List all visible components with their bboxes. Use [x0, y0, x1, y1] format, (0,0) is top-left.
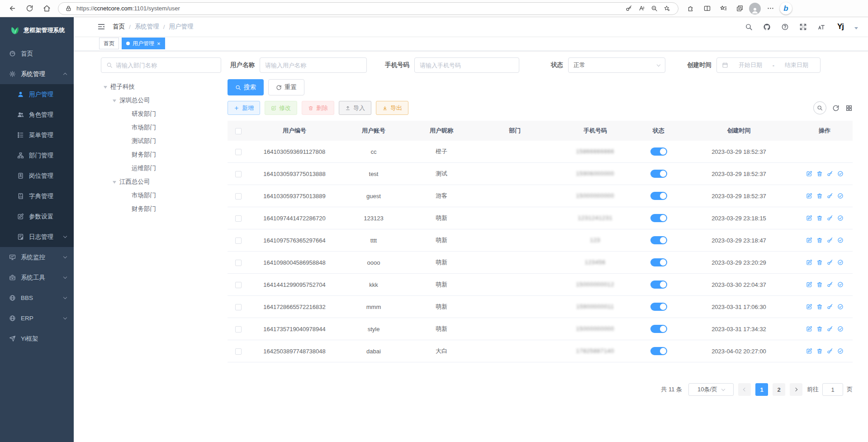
username-input[interactable]: [260, 57, 367, 73]
row-checkbox[interactable]: [235, 193, 242, 200]
assign-role-icon[interactable]: [837, 215, 844, 221]
status-toggle[interactable]: [650, 280, 667, 289]
page-size-select[interactable]: 10条/页: [688, 383, 734, 396]
edit-user-icon[interactable]: [806, 193, 812, 199]
edit-user-icon[interactable]: [806, 281, 812, 288]
row-checkbox[interactable]: [235, 149, 242, 155]
sidebar-item-菜单管理[interactable]: 菜单管理: [0, 125, 74, 145]
refresh-icon[interactable]: [23, 2, 36, 15]
sidebar-item-岗位管理[interactable]: 岗位管理: [0, 166, 74, 186]
username-field[interactable]: [265, 62, 361, 69]
delete-user-icon[interactable]: [816, 348, 823, 354]
back-icon[interactable]: [5, 2, 19, 15]
row-checkbox[interactable]: [235, 215, 242, 222]
tree-expand-caret-icon[interactable]: [113, 181, 116, 185]
row-checkbox[interactable]: [235, 304, 242, 310]
breadcrumb-item[interactable]: 首页: [113, 23, 125, 31]
user-avatar[interactable]: Yj: [834, 20, 847, 33]
prev-page-button[interactable]: [738, 383, 751, 396]
delete-user-icon[interactable]: [816, 171, 823, 177]
sidebar-item-首页[interactable]: 首页: [0, 43, 74, 64]
tree-node-市场部门[interactable]: 市场部门: [101, 189, 221, 202]
edit-user-icon[interactable]: [806, 304, 812, 310]
row-checkbox[interactable]: [235, 171, 242, 177]
tree-node-运维部门[interactable]: 运维部门: [101, 162, 221, 175]
home-icon[interactable]: [40, 2, 53, 15]
status-toggle[interactable]: [650, 347, 667, 355]
edit-user-icon[interactable]: [806, 237, 812, 243]
tree-node-江西总公司[interactable]: 江西总公司: [101, 175, 221, 189]
edit-user-icon[interactable]: [806, 259, 812, 266]
sidebar-item-角色管理[interactable]: 角色管理: [0, 105, 74, 125]
row-checkbox[interactable]: [235, 348, 242, 355]
delete-user-icon[interactable]: [816, 215, 823, 221]
edit-user-icon[interactable]: [806, 348, 812, 354]
github-icon[interactable]: [761, 21, 772, 32]
reset-password-icon[interactable]: [827, 281, 833, 288]
edit-user-icon[interactable]: [806, 215, 812, 221]
sidebar-item-系统管理[interactable]: 系统管理: [0, 64, 74, 84]
status-toggle[interactable]: [650, 236, 667, 244]
help-icon[interactable]: [779, 21, 790, 32]
import-button[interactable]: 导入: [339, 101, 371, 115]
export-button[interactable]: 导出: [376, 101, 408, 115]
assign-role-icon[interactable]: [837, 259, 844, 266]
phone-field[interactable]: [420, 62, 514, 69]
tree-expand-caret-icon[interactable]: [113, 100, 116, 104]
sidebar-item-ERP[interactable]: ERP: [0, 308, 74, 328]
sidebar-item-日志管理[interactable]: 日志管理: [0, 227, 74, 247]
reset-button[interactable]: 重置: [268, 79, 304, 95]
tree-node-市场部门[interactable]: 市场部门: [101, 121, 221, 134]
reset-password-icon[interactable]: [827, 304, 833, 310]
assign-role-icon[interactable]: [837, 304, 844, 310]
tab-首页[interactable]: 首页: [99, 38, 119, 49]
search-icon[interactable]: [743, 21, 754, 32]
extensions-icon[interactable]: [684, 2, 697, 15]
status-toggle[interactable]: [650, 258, 667, 266]
status-toggle[interactable]: [650, 192, 667, 200]
avatar-dropdown-caret-icon[interactable]: [854, 27, 858, 31]
delete-user-icon[interactable]: [816, 237, 823, 243]
lock-icon[interactable]: [64, 4, 73, 13]
status-toggle[interactable]: [650, 325, 667, 333]
goto-page-input[interactable]: [822, 383, 843, 396]
sidebar-item-BBS[interactable]: BBS: [0, 288, 74, 308]
sidebar-item-Yi框架[interactable]: Yi框架: [0, 328, 74, 349]
read-aloud-icon[interactable]: [636, 3, 647, 14]
breadcrumb-item[interactable]: 系统管理: [135, 23, 159, 31]
close-icon[interactable]: ×: [157, 41, 161, 47]
status-select[interactable]: 正常: [568, 57, 665, 73]
more-icon[interactable]: [764, 2, 777, 15]
modify-button[interactable]: 修改: [265, 101, 297, 115]
page-button-1[interactable]: 1: [755, 383, 768, 396]
add-button[interactable]: 新增: [228, 101, 260, 115]
column-settings-button[interactable]: [845, 105, 853, 112]
page-button-2[interactable]: 2: [773, 383, 785, 396]
sidebar-item-部门管理[interactable]: 部门管理: [0, 145, 74, 166]
reset-password-icon[interactable]: [827, 237, 833, 243]
split-screen-icon[interactable]: [700, 2, 714, 15]
tree-node-测试部门[interactable]: 测试部门: [101, 134, 221, 148]
search-button[interactable]: 搜索: [228, 79, 264, 95]
tree-node-橙子科技[interactable]: 橙子科技: [101, 80, 221, 94]
delete-user-icon[interactable]: [816, 281, 823, 288]
phone-input[interactable]: [414, 57, 519, 73]
tree-node-研发部门[interactable]: 研发部门: [101, 107, 221, 121]
sidebar-item-系统监控[interactable]: 系统监控: [0, 247, 74, 267]
delete-user-icon[interactable]: [816, 259, 823, 266]
profile-icon[interactable]: [749, 3, 761, 14]
row-checkbox[interactable]: [235, 238, 242, 244]
status-toggle[interactable]: [650, 170, 667, 178]
fullscreen-icon[interactable]: [797, 21, 808, 32]
address-bar[interactable]: https://ccnetcore.com:1101/system/user: [58, 2, 678, 15]
reset-password-icon[interactable]: [827, 193, 833, 199]
breadcrumb-item[interactable]: 用户管理: [169, 23, 194, 31]
copilot-icon[interactable]: b: [780, 2, 792, 14]
sidebar-item-字典管理[interactable]: 字典管理: [0, 186, 74, 206]
row-checkbox[interactable]: [235, 326, 242, 333]
key-icon[interactable]: [623, 3, 635, 14]
font-size-icon[interactable]: [816, 21, 826, 32]
sidebar-collapse-icon[interactable]: [97, 23, 105, 31]
edit-user-icon[interactable]: [806, 326, 812, 332]
status-toggle[interactable]: [650, 214, 667, 222]
